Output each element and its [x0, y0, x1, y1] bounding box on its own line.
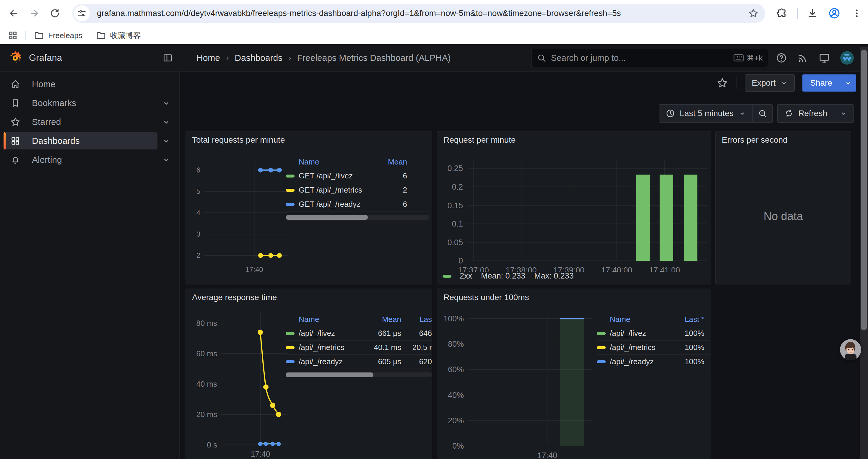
sidebar-item-label: Starred — [32, 112, 61, 131]
girl-avatar-icon — [840, 339, 861, 360]
header-left: Grafana — [0, 44, 180, 71]
back-arrow-icon — [8, 8, 19, 19]
reload-button[interactable] — [47, 5, 63, 22]
export-button[interactable]: Export — [745, 74, 795, 92]
time-range-picker[interactable]: Last 5 minutes — [659, 104, 752, 122]
chevron-down-icon — [738, 109, 746, 117]
url-text[interactable]: grafana.mathmast.com/d/deytv4rwavabkb/fr… — [97, 8, 765, 18]
legend-row[interactable]: /api/_/metrics 40.1 ms 20.5 r — [286, 340, 432, 355]
mega-menu-toggle[interactable] — [162, 52, 174, 64]
refresh-interval-button[interactable] — [834, 104, 854, 122]
sidebar-item-starred[interactable]: Starred — [0, 112, 179, 131]
browser-menu-button[interactable] — [850, 6, 864, 21]
legend-row[interactable]: GET /api/_/livez 6 — [286, 169, 430, 183]
chevron-down-icon[interactable] — [162, 99, 171, 107]
user-avatar[interactable] — [840, 51, 854, 65]
legend-row[interactable]: /api/_/readyz 100% — [597, 355, 710, 369]
bookmark-star-button[interactable] — [747, 7, 760, 20]
legend-col-mean[interactable]: Mean — [372, 157, 407, 167]
series-swatch — [286, 203, 294, 206]
back-button[interactable] — [5, 5, 22, 22]
panel-title[interactable]: Errors per second — [716, 131, 851, 148]
series-swatch — [286, 346, 294, 349]
search-placeholder: Search or jump to... — [551, 53, 626, 63]
grafana-logo[interactable] — [8, 50, 23, 66]
apps-button[interactable] — [8, 30, 18, 40]
svg-text:60 ms: 60 ms — [196, 349, 217, 358]
breadcrumb-home[interactable]: Home — [196, 53, 220, 63]
news-rss-icon[interactable] — [797, 52, 808, 64]
panel-body: No data — [716, 148, 851, 284]
legend-col-name[interactable]: Name — [610, 315, 660, 324]
sidebar-item-label: Home — [32, 75, 56, 94]
panel-title[interactable]: Request per minute — [437, 131, 711, 148]
panel-title[interactable]: Average response time — [186, 289, 432, 306]
legend-row[interactable]: GET /api/_/metrics 2 — [286, 183, 430, 197]
legend-row[interactable]: /api/_/livez 100% — [597, 326, 710, 340]
panel-errors-per-second: Errors per second No data — [715, 131, 851, 285]
legend-col-mean[interactable]: Mean — [357, 315, 401, 324]
refresh-button[interactable]: Refresh — [778, 104, 834, 122]
legend-scrollbar[interactable] — [286, 372, 432, 377]
svg-text:20%: 20% — [448, 416, 464, 425]
tune-icon — [78, 9, 86, 18]
zoom-out-button[interactable] — [752, 104, 772, 122]
chevron-down-icon[interactable] — [162, 155, 171, 164]
download-icon — [807, 8, 818, 19]
svg-text:17:41:00: 17:41:00 — [649, 266, 680, 272]
sidebar-item-alerting[interactable]: Alerting — [0, 150, 179, 169]
series-swatch — [286, 332, 294, 335]
actions-separator — [737, 77, 737, 89]
panel-title[interactable]: Total requests per minute — [186, 131, 432, 148]
assistant-avatar[interactable] — [840, 339, 861, 360]
legend-col-name[interactable]: Name — [299, 315, 357, 324]
bookmark-label: Freeleaps — [48, 31, 83, 40]
chevron-down-icon[interactable] — [162, 136, 171, 145]
keyboard-icon — [734, 54, 744, 62]
share-menu-button[interactable] — [840, 74, 856, 92]
legend-row[interactable]: /api/_/readyz 605 µs 620 — [286, 355, 432, 369]
share-label: Share — [810, 78, 832, 88]
legend-scrollbar[interactable] — [286, 215, 430, 220]
bookmark-folder-freeleaps[interactable]: Freeleaps — [34, 30, 83, 40]
legend-table: Name Mean GET /api/_/livez 6 GET /api/_/… — [286, 155, 430, 220]
legend-item-2xx[interactable]: 2xx — [442, 271, 472, 281]
help-icon[interactable] — [776, 52, 787, 64]
panel-body: 0 s20 ms40 ms60 ms80 ms17:40 Name Mean L… — [186, 306, 432, 459]
downloads-button[interactable] — [805, 6, 819, 21]
legend-col-last[interactable]: Last * — [660, 315, 704, 324]
favorite-dashboard-button[interactable] — [716, 76, 729, 90]
legend-row[interactable]: /api/_/metrics 100% — [597, 340, 710, 355]
extensions-puzzle-icon — [776, 8, 787, 19]
chart-legend: 2xx Mean: 0.233 Max: 0.233 — [442, 271, 574, 281]
screen-icon[interactable] — [818, 52, 830, 64]
brand-name[interactable]: Grafana — [29, 53, 62, 63]
series-swatch — [597, 332, 606, 335]
forward-arrow-icon — [29, 8, 39, 19]
dashboard-content: Export Share Last 5 minutes — [180, 72, 868, 459]
scrollbar-thumb[interactable] — [861, 50, 867, 330]
profile-button[interactable] — [827, 6, 841, 21]
sidebar-item-dashboards[interactable]: Dashboards — [0, 131, 179, 150]
legend-row[interactable]: GET /api/_/readyz 6 — [286, 197, 430, 211]
sidebar-item-home[interactable]: Home — [0, 75, 179, 94]
forward-button[interactable] — [26, 5, 42, 22]
sidebar-item-bookmarks[interactable]: Bookmarks — [0, 94, 179, 112]
panel-title[interactable]: Requests under 100ms — [437, 289, 711, 306]
site-settings-button[interactable] — [74, 5, 90, 21]
extensions-button[interactable] — [775, 6, 789, 21]
refresh-icon — [784, 109, 794, 118]
legend-col-name[interactable]: Name — [299, 157, 372, 167]
legend-row[interactable]: /api/_/livez 661 µs 646 — [286, 326, 432, 340]
svg-text:0.05: 0.05 — [447, 238, 463, 247]
share-button[interactable]: Share — [802, 74, 840, 92]
svg-text:17:40: 17:40 — [251, 450, 270, 458]
address-bar[interactable]: grafana.mathmast.com/d/deytv4rwavabkb/fr… — [72, 4, 765, 23]
legend-col-last[interactable]: Las — [401, 315, 432, 324]
window-scrollbar[interactable] — [860, 47, 868, 459]
chevron-down-icon[interactable] — [162, 118, 171, 126]
search-box[interactable]: Search or jump to... ⌘+k — [531, 49, 768, 67]
breadcrumb-dashboards[interactable]: Dashboards — [235, 53, 282, 63]
bookmark-folder-blogs[interactable]: 收藏博客 — [96, 30, 141, 41]
legend-table: Name Last * /api/_/livez 100% /api/_/met… — [597, 313, 710, 369]
